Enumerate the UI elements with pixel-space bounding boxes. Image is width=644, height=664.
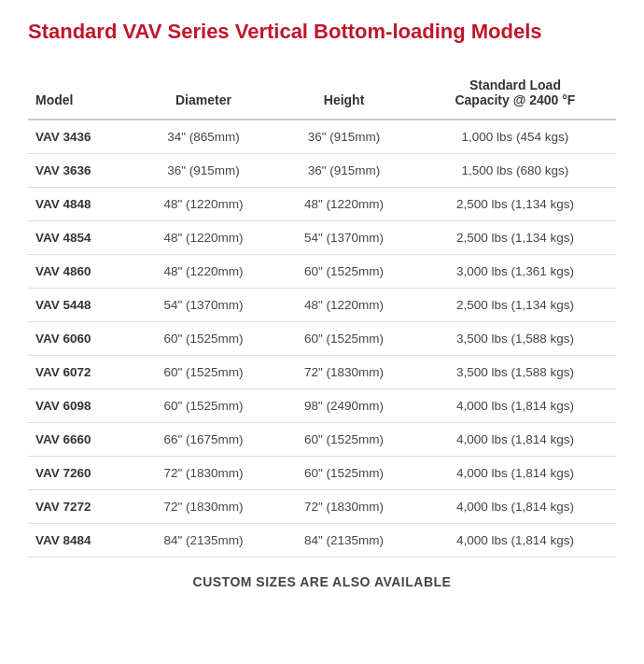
cell-height: 48" (1220mm) (273, 288, 414, 321)
cell-height: 36" (915mm) (273, 120, 414, 154)
cell-diameter: 48" (1220mm) (133, 254, 274, 288)
cell-capacity: 3,500 lbs (1,588 kgs) (414, 355, 616, 389)
cell-capacity: 4,000 lbs (1,814 kgs) (414, 523, 616, 557)
cell-capacity: 4,000 lbs (1,814 kgs) (414, 456, 616, 489)
table-row: VAV 726072" (1830mm)60" (1525mm)4,000 lb… (28, 456, 616, 489)
cell-capacity: 4,000 lbs (1,814 kgs) (414, 489, 616, 523)
table-row: VAV 484848" (1220mm)48" (1220mm)2,500 lb… (28, 187, 616, 220)
custom-sizes-text: CUSTOM SIZES ARE ALSO AVAILABLE (28, 574, 616, 589)
table-row: VAV 848484" (2135mm)84" (2135mm)4,000 lb… (28, 523, 616, 557)
table-row: VAV 544854" (1370mm)48" (1220mm)2,500 lb… (28, 288, 616, 321)
cell-model: VAV 3636 (28, 153, 133, 187)
cell-height: 60" (1525mm) (273, 321, 414, 355)
cell-capacity: 1,000 lbs (454 kgs) (414, 120, 616, 154)
cell-diameter: 60" (1525mm) (133, 389, 274, 422)
col-header-diameter: Diameter (133, 68, 274, 120)
cell-diameter: 60" (1525mm) (133, 355, 274, 389)
col-header-height: Height (273, 68, 414, 120)
table-row: VAV 606060" (1525mm)60" (1525mm)3,500 lb… (28, 321, 616, 355)
cell-height: 60" (1525mm) (273, 456, 414, 489)
cell-model: VAV 6660 (28, 422, 133, 456)
table-row: VAV 343634" (865mm)36" (915mm)1,000 lbs … (28, 120, 616, 154)
cell-height: 54" (1370mm) (273, 220, 414, 254)
cell-diameter: 84" (2135mm) (133, 523, 274, 557)
table-row: VAV 609860" (1525mm)98" (2490mm)4,000 lb… (28, 389, 616, 422)
cell-diameter: 66" (1675mm) (133, 422, 274, 456)
cell-height: 36" (915mm) (273, 153, 414, 187)
cell-height: 60" (1525mm) (273, 422, 414, 456)
cell-capacity: 4,000 lbs (1,814 kgs) (414, 389, 616, 422)
cell-height: 72" (1830mm) (273, 489, 414, 523)
cell-height: 98" (2490mm) (273, 389, 414, 422)
cell-diameter: 60" (1525mm) (133, 321, 274, 355)
table-row: VAV 666066" (1675mm)60" (1525mm)4,000 lb… (28, 422, 616, 456)
cell-model: VAV 3436 (28, 120, 133, 154)
cell-model: VAV 7260 (28, 456, 133, 489)
col-header-model: Model (28, 68, 133, 120)
cell-model: VAV 7272 (28, 489, 133, 523)
cell-diameter: 72" (1830mm) (133, 489, 274, 523)
cell-diameter: 54" (1370mm) (133, 288, 274, 321)
cell-capacity: 2,500 lbs (1,134 kgs) (414, 288, 616, 321)
page-title: Standard VAV Series Vertical Bottom-load… (28, 19, 616, 46)
cell-diameter: 36" (915mm) (133, 153, 274, 187)
cell-height: 60" (1525mm) (273, 254, 414, 288)
cell-height: 84" (2135mm) (273, 523, 414, 557)
cell-capacity: 1,500 lbs (680 kgs) (414, 153, 616, 187)
cell-model: VAV 6060 (28, 321, 133, 355)
table-row: VAV 363636" (915mm)36" (915mm)1,500 lbs … (28, 153, 616, 187)
models-table: Model Diameter Height Standard LoadCapac… (28, 68, 616, 558)
cell-capacity: 4,000 lbs (1,814 kgs) (414, 422, 616, 456)
table-header-row: Model Diameter Height Standard LoadCapac… (28, 68, 616, 120)
cell-diameter: 48" (1220mm) (133, 187, 274, 220)
cell-capacity: 3,000 lbs (1,361 kgs) (414, 254, 616, 288)
cell-model: VAV 5448 (28, 288, 133, 321)
cell-capacity: 2,500 lbs (1,134 kgs) (414, 220, 616, 254)
table-row: VAV 607260" (1525mm)72" (1830mm)3,500 lb… (28, 355, 616, 389)
table-row: VAV 727272" (1830mm)72" (1830mm)4,000 lb… (28, 489, 616, 523)
cell-height: 48" (1220mm) (273, 187, 414, 220)
table-row: VAV 486048" (1220mm)60" (1525mm)3,000 lb… (28, 254, 616, 288)
cell-model: VAV 6098 (28, 389, 133, 422)
cell-height: 72" (1830mm) (273, 355, 414, 389)
cell-model: VAV 4854 (28, 220, 133, 254)
cell-capacity: 2,500 lbs (1,134 kgs) (414, 187, 616, 220)
cell-model: VAV 6072 (28, 355, 133, 389)
table-row: VAV 485448" (1220mm)54" (1370mm)2,500 lb… (28, 220, 616, 254)
cell-model: VAV 8484 (28, 523, 133, 557)
cell-model: VAV 4848 (28, 187, 133, 220)
cell-diameter: 34" (865mm) (133, 120, 274, 154)
cell-diameter: 72" (1830mm) (133, 456, 274, 489)
col-header-capacity: Standard LoadCapacity @ 2400 °F (414, 68, 616, 120)
cell-diameter: 48" (1220mm) (133, 220, 274, 254)
cell-capacity: 3,500 lbs (1,588 kgs) (414, 321, 616, 355)
cell-model: VAV 4860 (28, 254, 133, 288)
